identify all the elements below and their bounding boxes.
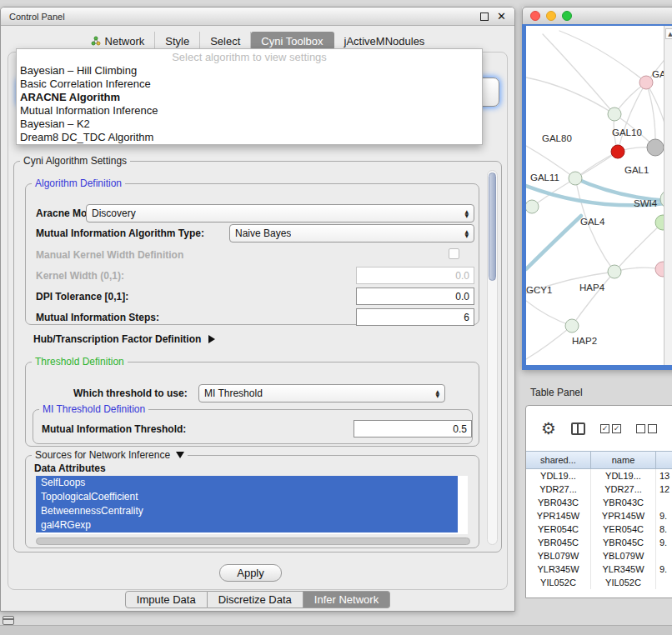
- settings-vscrollbar[interactable]: [487, 170, 498, 545]
- sources-group: Sources for Network Inference Data Attri…: [25, 455, 479, 548]
- bottom-tab-impute-data[interactable]: Impute Data: [125, 591, 208, 608]
- table-panel-title: Table Panel: [530, 387, 583, 398]
- network-node[interactable]: [569, 172, 582, 185]
- check-pair-icon[interactable]: [600, 424, 621, 433]
- table-row[interactable]: YLR345WYLR345W9.: [526, 562, 672, 576]
- zoom-traffic-light[interactable]: [562, 11, 572, 21]
- scroll-up-icon[interactable]: [665, 28, 672, 39]
- vscrollbar-thumb[interactable]: [489, 172, 496, 281]
- column-header[interactable]: name: [591, 452, 656, 468]
- apply-button[interactable]: Apply: [219, 564, 282, 582]
- node-label: GAL1: [624, 165, 649, 175]
- aracne-mode-combo[interactable]: Discovery: [86, 204, 474, 222]
- network-node[interactable]: [611, 145, 624, 158]
- dpi-tolerance-field[interactable]: [356, 288, 474, 305]
- table-row[interactable]: YIL052CYIL052C: [526, 576, 672, 589]
- table-header: shared...name: [526, 451, 672, 469]
- algorithm-option[interactable]: Basic Correlation Inference: [17, 78, 482, 91]
- network-node[interactable]: [526, 200, 539, 213]
- minimize-traffic-light[interactable]: [546, 11, 556, 21]
- close-traffic-light[interactable]: [530, 11, 540, 21]
- table-cell: YBR045C: [591, 536, 656, 549]
- attribute-item[interactable]: gal4RGexp: [36, 518, 458, 532]
- network-node[interactable]: [608, 265, 621, 278]
- node-label: GAL10: [612, 128, 642, 138]
- sources-hscrollbar[interactable]: [36, 538, 470, 545]
- attribute-item[interactable]: SelfLoops: [36, 476, 458, 490]
- table-row[interactable]: YDR27...YDR27...12: [526, 482, 672, 496]
- table-cell: YBR043C: [526, 496, 591, 509]
- close-window-button[interactable]: [497, 12, 506, 21]
- network-icon: [91, 36, 101, 46]
- network-node[interactable]: [608, 108, 621, 121]
- table-row[interactable]: YDL19...YDL19...13: [526, 469, 672, 482]
- mi-type-combo[interactable]: Naive Bayes: [229, 224, 474, 242]
- sources-title-label: Sources for Network Inference: [35, 449, 170, 461]
- table-window: shared...name YDL19...YDL19...13YDR27...…: [525, 405, 672, 598]
- attribute-item[interactable]: TopologicalCoefficient: [36, 490, 458, 504]
- gear-icon[interactable]: [541, 420, 556, 437]
- network-window-titlebar[interactable]: [522, 7, 672, 24]
- attribute-list[interactable]: SelfLoopsTopologicalCoefficientBetweenne…: [36, 476, 468, 534]
- table-cell: YBR045C: [526, 536, 591, 549]
- network-node[interactable]: [639, 76, 653, 89]
- box-pair-icon[interactable]: [636, 424, 657, 433]
- attribute-item[interactable]: BetweennessCentrality: [36, 504, 458, 518]
- table-row[interactable]: YPR145WYPR145W9.: [526, 509, 672, 522]
- algorithm-option[interactable]: Bayesian – Hill Climbing: [17, 64, 482, 78]
- table-cell: 8.: [656, 522, 672, 536]
- manual-kernel-label: Manual Kernel Width Definition: [36, 249, 183, 261]
- which-threshold-label: Which threshold to use:: [73, 388, 188, 399]
- table-cell: [656, 549, 672, 562]
- column-header[interactable]: [656, 452, 672, 468]
- table-cell: 9.: [656, 562, 672, 576]
- hub-section[interactable]: Hub/Transcription Factor Definition: [33, 333, 215, 345]
- tab-cyni-toolbox[interactable]: Cyni Toolbox: [251, 32, 333, 50]
- tab-jactivemnodules[interactable]: jActiveMNodules: [334, 32, 435, 50]
- algorithm-option[interactable]: Bayesian – K2: [17, 118, 482, 131]
- table-row[interactable]: YBR043CYBR043C: [526, 496, 672, 509]
- table-cell: YLR345W: [526, 562, 591, 576]
- algorithm-option[interactable]: ARACNE Algorithm: [17, 91, 482, 104]
- tab-label: jActiveMNodules: [344, 35, 425, 48]
- control-panel-titlebar[interactable]: Control Panel: [1, 8, 514, 26]
- sources-title[interactable]: Sources for Network Inference: [32, 449, 188, 461]
- mi-threshold-group-title: MI Threshold Definition: [39, 403, 148, 415]
- column-header[interactable]: shared...: [526, 452, 591, 468]
- table-row[interactable]: YER054CYER054C8.: [526, 522, 672, 536]
- algorithm-option[interactable]: Dream8 DC_TDC Algorithm: [17, 131, 482, 144]
- bottom-tab-infer-network[interactable]: Infer Network: [303, 591, 390, 608]
- settings-group: Cyni Algorithm Settings Algorithm Defini…: [13, 161, 502, 552]
- algorithm-option[interactable]: Mutual Information Inference: [17, 104, 482, 118]
- table-cell: YIL052C: [591, 576, 656, 589]
- table-row[interactable]: YBR045CYBR045C9.: [526, 536, 672, 549]
- apply-label: Apply: [237, 567, 264, 579]
- float-window-button[interactable]: [480, 12, 489, 21]
- network-edge: [532, 178, 575, 207]
- node-label: GAL11: [530, 172, 559, 182]
- bottom-tab-discretize-data[interactable]: Discretize Data: [208, 591, 303, 608]
- mi-steps-field[interactable]: [356, 308, 474, 326]
- which-threshold-combo[interactable]: MI Threshold: [198, 384, 445, 402]
- minimized-panel-icon[interactable]: [3, 616, 14, 625]
- network-node[interactable]: [565, 319, 579, 332]
- collapsed-arrow-icon: [208, 335, 215, 343]
- threshold-group: Threshold Definition Which threshold to …: [25, 362, 479, 447]
- manual-kernel-checkbox[interactable]: [449, 248, 459, 259]
- network-canvas-container[interactable]: GAL8GAL80GAL10GAL11GAL1SWI4GAL4GCY1HAP4Y…: [526, 26, 672, 365]
- expanded-arrow-icon: [176, 452, 184, 458]
- network-edge: [614, 222, 663, 272]
- combo-updown-icon: [464, 209, 469, 218]
- tab-network[interactable]: Network: [81, 32, 156, 50]
- network-vscrollbar[interactable]: [664, 26, 672, 365]
- data-attributes-label: Data Attributes: [34, 462, 106, 474]
- table-row[interactable]: YBL079WYBL079W: [526, 549, 672, 562]
- mi-threshold-field[interactable]: [354, 420, 472, 438]
- network-edge: [526, 301, 572, 326]
- tab-style[interactable]: Style: [155, 32, 200, 50]
- tab-select[interactable]: Select: [200, 32, 251, 50]
- columns-icon[interactable]: [571, 422, 585, 435]
- network-canvas[interactable]: GAL8GAL80GAL10GAL11GAL1SWI4GAL4GCY1HAP4Y…: [526, 26, 672, 365]
- algorithm-definition-group: Algorithm Definition Aracne Mode: Discov…: [25, 183, 479, 325]
- network-node[interactable]: [647, 139, 664, 156]
